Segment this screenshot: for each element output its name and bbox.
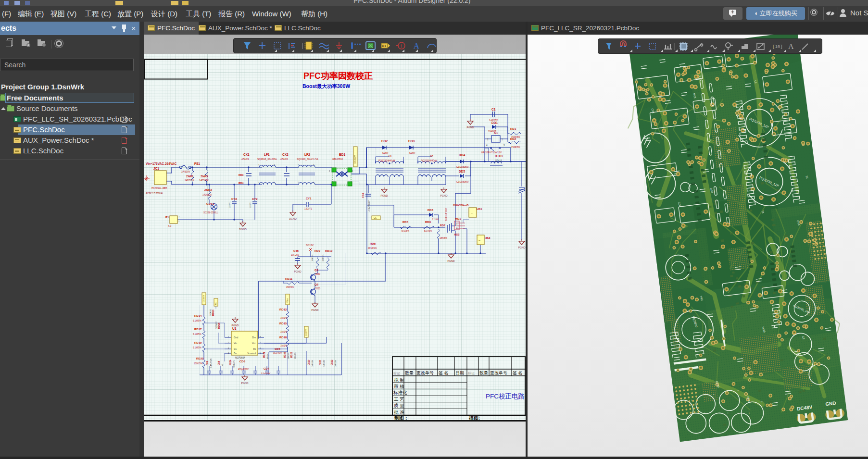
svg-text:拟 制: 拟 制: [394, 377, 404, 383]
svg-text:签 名: 签 名: [513, 371, 523, 375]
svg-text:1uF/50V: 1uF/50V: [323, 360, 325, 367]
svg-text:1: 1: [298, 163, 299, 166]
svg-text:DC300V: DC300V: [354, 155, 356, 163]
svg-text:RD23: RD23: [290, 352, 293, 358]
svg-text:RD10: RD10: [325, 249, 333, 252]
svg-text:描图:: 描图:: [468, 415, 480, 421]
svg-text:2: 2: [178, 215, 180, 218]
svg-text:U1: U1: [232, 327, 237, 330]
svg-text:Q1: Q1: [314, 269, 319, 272]
svg-text:4: 4: [329, 170, 330, 172]
svg-text:标记: 标记: [393, 372, 400, 375]
svg-text:HS1: HS1: [477, 208, 482, 211]
svg-text:HF-32FV-T10A/12V: HF-32FV-T10A/12V: [481, 151, 502, 154]
svg-text:18K/5%: 18K/5%: [288, 352, 289, 359]
svg-text:51R/5%: 51R/5%: [424, 230, 432, 232]
svg-text:474/X1: 474/X1: [241, 158, 249, 161]
svg-text:SC2E8-2500LL: SC2E8-2500LL: [203, 211, 218, 214]
svg-text:Vin~176VAC-264VAC: Vin~176VAC-264VAC: [146, 162, 176, 165]
svg-text:~: ~: [471, 211, 473, 215]
svg-text:6.3: 6.3: [168, 225, 172, 227]
svg-text:HS2: HS2: [454, 233, 460, 236]
svg-text:470pF/50V: 470pF/50V: [238, 368, 249, 371]
svg-text:签 名: 签 名: [439, 371, 449, 375]
svg-text:VBus: VBus: [286, 298, 289, 303]
svg-text:10R/5%: 10R/5%: [311, 254, 314, 261]
svg-text:Fb: Fb: [253, 348, 256, 350]
svg-text:质 量: 质 量: [394, 403, 404, 408]
svg-text:68pF/50V: 68pF/50V: [273, 352, 282, 354]
svg-text:DC15V: DC15V: [305, 329, 307, 335]
svg-text:SQ1918_30mH1.5A: SQ1918_30mH1.5A: [297, 158, 318, 161]
svg-text:C1: C1: [491, 108, 496, 111]
svg-text:10R/5%: 10R/5%: [322, 254, 324, 261]
svg-text:GBU2510: GBU2510: [332, 158, 343, 161]
svg-text:RD18: RD18: [279, 336, 287, 339]
svg-text:0R14/1%: 0R14/1%: [368, 247, 377, 249]
svg-text:CS: CS: [374, 217, 377, 219]
svg-text:LF1: LF1: [264, 153, 270, 156]
svg-text:1: 1: [456, 223, 458, 225]
svg-text:PQ3230/840uH: PQ3230/840uH: [378, 159, 395, 162]
svg-text:RD24: RD24: [229, 360, 232, 365]
svg-text:HS3: HS3: [485, 236, 491, 239]
svg-text:D1: D1: [382, 44, 386, 48]
svg-text:Drv: Drv: [252, 336, 256, 339]
svg-text:MD1: MD1: [455, 217, 461, 220]
svg-text:14D561K: 14D561K: [202, 194, 213, 196]
svg-text:T2: T2: [429, 154, 433, 158]
svg-text:RD21: RD21: [263, 352, 265, 358]
svg-text:i: i: [401, 43, 402, 49]
svg-text:NCE65TF099F: NCE65TF099F: [445, 208, 447, 221]
svg-text:1: 1: [352, 170, 353, 172]
svg-text:RD7: RD7: [440, 224, 445, 227]
svg-text:DD3: DD3: [408, 139, 415, 143]
svg-text:2.2uF/50V: 2.2uF/50V: [261, 372, 271, 374]
svg-text:DC300V: DC300V: [202, 295, 205, 302]
svg-text:CX2: CX2: [282, 153, 289, 156]
svg-text:DD1: DD1: [491, 121, 498, 124]
svg-text:NCP1654: NCP1654: [235, 357, 245, 359]
svg-text:RD14: RD14: [194, 314, 202, 317]
svg-text:[10]: [10]: [772, 45, 783, 50]
svg-text:CD10: CD10: [308, 360, 310, 365]
svg-text:JC1: JC1: [153, 167, 159, 170]
svg-text:RD8: RD8: [370, 242, 376, 245]
svg-text:CD6: CD6: [239, 360, 246, 363]
svg-text:标准化: 标准化: [393, 390, 407, 395]
svg-text:DD6: DD6: [428, 209, 434, 211]
svg-text:RD20: RD20: [196, 357, 204, 360]
svg-text:14D561K: 14D561K: [199, 179, 209, 182]
svg-text:制图：: 制图：: [394, 415, 409, 421]
svg-text:RD13: RD13: [212, 310, 214, 316]
svg-text:1uF/25V: 1uF/25V: [291, 254, 299, 256]
svg-text:15R/5%: 15R/5%: [286, 286, 294, 288]
svg-text:1M/1%: 1M/1%: [280, 317, 287, 319]
svg-text:RD5: RD5: [403, 221, 409, 223]
svg-text:PGND: PGND: [467, 126, 474, 129]
svg-text:LF2: LF2: [304, 153, 310, 156]
svg-text:CD7: CD7: [264, 367, 270, 370]
svg-text:Vcc: Vcc: [252, 342, 256, 345]
svg-text:ZNR2: ZNR2: [201, 175, 208, 178]
svg-text:PGND: PGND: [518, 246, 526, 249]
svg-text:~: ~: [478, 239, 480, 242]
svg-text:Bo: Bo: [234, 352, 237, 355]
svg-text:PGND: PGND: [294, 270, 302, 273]
svg-text:RD16: RD16: [217, 323, 220, 329]
svg-text:ZNR3: ZNR3: [204, 188, 212, 191]
svg-text:GDT1: GDT1: [206, 202, 214, 205]
svg-text:5.1M/5%: 5.1M/5%: [193, 333, 201, 335]
svg-text:HX79601-3BH: HX79601-3BH: [151, 186, 167, 189]
svg-text:RD1: RD1: [510, 127, 516, 130]
svg-text:FR107: FR107: [432, 218, 440, 220]
svg-text:SD-15: SD-15: [495, 160, 502, 162]
svg-text:CY2: CY2: [252, 198, 258, 200]
svg-text:650V/89mΩ: 650V/89mΩ: [453, 204, 469, 207]
svg-text:BD1: BD1: [339, 153, 345, 156]
svg-text:3A/300V: 3A/300V: [181, 171, 190, 173]
svg-text:审 核: 审 核: [394, 384, 404, 389]
svg-text:更改单号: 更改单号: [416, 371, 434, 375]
svg-text:DD5: DD5: [459, 170, 465, 173]
svg-text:10M/1%: 10M/1%: [294, 352, 296, 359]
